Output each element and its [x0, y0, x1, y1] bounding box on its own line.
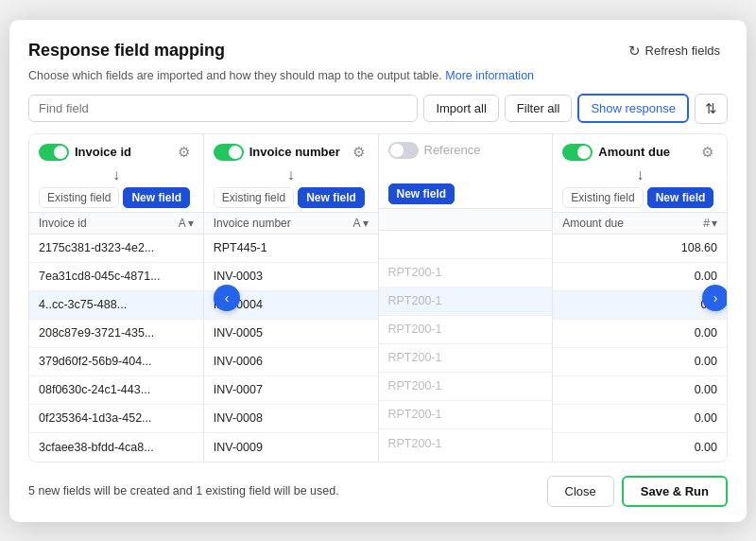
nav-left-arrow[interactable]: ‹ — [214, 285, 240, 311]
col-label-invoice-id: Invoice id — [39, 217, 87, 230]
footer-note: 5 new fields will be created and 1 exist… — [28, 484, 339, 497]
table-row: RPT200-1 — [379, 401, 553, 429]
table-row: 08f0630c-24c1-443... — [29, 376, 203, 405]
import-all-button[interactable]: Import all — [423, 95, 498, 122]
refresh-button[interactable]: ↻ Refresh fields — [621, 39, 728, 63]
gear-invoice-id[interactable]: ⚙ — [174, 142, 194, 163]
modal: Response field mapping ↻ Refresh fields … — [9, 20, 747, 522]
table-row — [379, 231, 553, 259]
toggle-amount-due[interactable] — [562, 144, 593, 161]
filter-all-button[interactable]: Filter all — [505, 95, 573, 122]
table-row: 7ea31cd8-045c-4871... — [29, 263, 203, 291]
table-row: 0.00 — [553, 376, 727, 405]
col-header-invoice-id: Invoice id ⚙ ↓ Existing field New field — [29, 134, 203, 213]
table-row: 2175c381-d323-4e2... — [29, 235, 203, 263]
col-subheader-amount-due: Amount due # ▾ — [553, 213, 727, 235]
toggle-reference[interactable] — [388, 142, 419, 159]
save-run-button[interactable]: Save & Run — [622, 476, 728, 507]
new-field-btn-amount-due[interactable]: New field — [647, 187, 714, 208]
table-row: 0.00 — [553, 405, 727, 433]
table-row: RPT200-1 — [379, 429, 553, 458]
data-rows-reference: RPT200-1 RPT200-1 RPT200-1 RPT200-1 RPT2… — [379, 231, 553, 458]
table-row: INV-0005 — [204, 320, 378, 348]
table-row: INV-0007 — [204, 376, 378, 405]
table-row: 0.00 — [553, 263, 727, 291]
col-type-invoice-number: A ▾ — [352, 217, 368, 230]
close-button[interactable]: Close — [547, 476, 614, 507]
sort-button[interactable]: ⇅ — [695, 94, 728, 124]
gear-amount-due[interactable]: ⚙ — [697, 142, 717, 163]
col-header-reference: Reference New field — [379, 134, 553, 209]
existing-field-btn-invoice-number[interactable]: Existing field — [214, 187, 294, 208]
field-name-invoice-number: Invoice number — [249, 145, 343, 159]
table-row: RPT200-1 — [379, 344, 553, 373]
field-name-invoice-id: Invoice id — [75, 145, 168, 159]
field-name-reference: Reference — [424, 143, 543, 157]
toolbar: Import all Filter all Show response ⇅ — [28, 94, 728, 124]
toggle-invoice-number[interactable] — [214, 144, 244, 161]
arrow-reference — [388, 161, 543, 182]
new-field-btn-reference[interactable]: New field — [388, 183, 455, 204]
refresh-label: Refresh fields — [645, 44, 720, 58]
col-label-amount-due: Amount due — [562, 217, 624, 230]
existing-field-btn-amount-due[interactable]: Existing field — [562, 187, 643, 208]
subtitle: Choose which fields are imported and how… — [28, 69, 728, 82]
refresh-icon: ↻ — [628, 43, 641, 60]
search-input[interactable] — [28, 95, 418, 122]
col-subheader-invoice-number: Invoice number A ▾ — [204, 213, 378, 235]
field-name-amount-due: Amount due — [598, 145, 692, 159]
new-field-btn-invoice-number[interactable]: New field — [298, 187, 365, 208]
nav-right-arrow[interactable]: › — [702, 285, 728, 311]
table-row: RPT445-1 — [204, 235, 378, 263]
table-row: 0.00 — [553, 348, 727, 376]
data-rows-amount-due: 108.60 0.00 0.0 0.00 0.00 0.00 0.00 0.00 — [553, 235, 727, 462]
show-response-button[interactable]: Show response — [577, 94, 689, 123]
arrow-invoice-number: ↓ — [214, 165, 369, 185]
footer-actions: Close Save & Run — [547, 476, 729, 507]
more-info-link[interactable]: More information — [445, 69, 534, 82]
table-row: 108.60 — [553, 235, 727, 263]
field-col-reference: Reference New field RPT200-1 RPT200-1 RP… — [379, 134, 554, 462]
subtitle-text: Choose which fields are imported and how… — [28, 69, 442, 82]
arrow-invoice-id: ↓ — [39, 165, 194, 185]
footer: 5 new fields will be created and 1 exist… — [28, 476, 728, 507]
sort-icon: ⇅ — [705, 100, 717, 117]
data-rows-invoice-number: RPT445-1 INV-0003 INV-0004 INV-0005 INV-… — [204, 235, 378, 462]
col-label-invoice-number: Invoice number — [214, 217, 291, 230]
table-row: 208c87e9-3721-435... — [29, 320, 203, 348]
table-row: INV-0009 — [204, 433, 378, 462]
table-row: INV-0008 — [204, 405, 378, 433]
table-row: RPT200-1 — [379, 373, 553, 401]
arrow-amount-due: ↓ — [562, 165, 717, 185]
table-row: RPT200-1 — [379, 316, 553, 344]
col-type-amount-due: # ▾ — [703, 217, 717, 230]
col-subheader-invoice-id: Invoice id A ▾ — [29, 213, 203, 235]
table-row: 379d60f2-56b9-404... — [29, 348, 203, 376]
table-row: 0f235364-1d3a-452... — [29, 405, 203, 433]
col-header-invoice-number: Invoice number ⚙ ↓ Existing field New fi… — [204, 134, 378, 213]
table-row: 4..cc-3c75-488... — [29, 291, 203, 320]
existing-field-btn-invoice-id[interactable]: Existing field — [39, 187, 119, 208]
modal-header: Response field mapping ↻ Refresh fields — [28, 39, 728, 63]
data-rows-invoice-id: 2175c381-d323-4e2... 7ea31cd8-045c-4871.… — [29, 235, 203, 462]
table-row: 0.00 — [553, 433, 727, 462]
fields-area: Invoice id ⚙ ↓ Existing field New field … — [28, 133, 728, 462]
table-row: 0.00 — [553, 320, 727, 348]
col-type-invoice-id: A ▾ — [179, 217, 194, 230]
table-row: 3cfaee38-bfdd-4ca8... — [29, 433, 203, 462]
col-subheader-reference — [379, 209, 553, 231]
modal-title: Response field mapping — [28, 41, 225, 61]
field-col-amount-due: Amount due ⚙ ↓ Existing field New field … — [553, 134, 727, 462]
table-row: 0.0 — [553, 291, 727, 320]
gear-invoice-number[interactable]: ⚙ — [349, 142, 369, 163]
table-row: RPT200-1 — [379, 259, 553, 288]
table-row: RPT200-1 — [379, 288, 553, 316]
table-row: INV-0006 — [204, 348, 378, 376]
field-col-invoice-id: Invoice id ⚙ ↓ Existing field New field … — [29, 134, 204, 462]
new-field-btn-invoice-id[interactable]: New field — [123, 187, 190, 208]
col-header-amount-due: Amount due ⚙ ↓ Existing field New field — [553, 134, 727, 213]
toggle-invoice-id[interactable] — [39, 144, 69, 161]
col-label-reference — [388, 213, 391, 226]
